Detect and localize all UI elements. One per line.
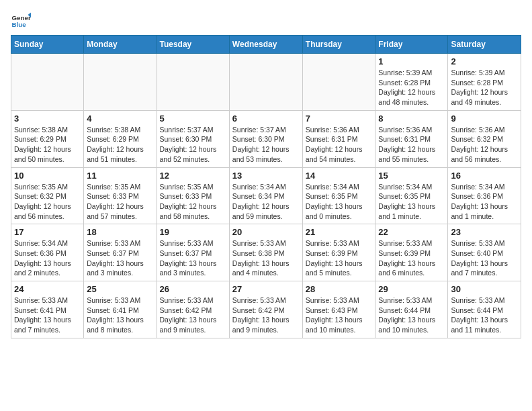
day-number: 4	[87, 113, 153, 124]
calendar-week-3: 10Sunrise: 5:35 AM Sunset: 6:32 PM Dayli…	[11, 167, 521, 224]
calendar-cell: 15Sunrise: 5:34 AM Sunset: 6:35 PM Dayli…	[375, 167, 448, 224]
svg-text:Blue: Blue	[12, 21, 27, 28]
day-info: Sunrise: 5:33 AM Sunset: 6:41 PM Dayligh…	[14, 295, 81, 335]
day-number: 21	[306, 227, 373, 237]
calendar-cell: 29Sunrise: 5:33 AM Sunset: 6:44 PM Dayli…	[375, 281, 448, 338]
day-info: Sunrise: 5:37 AM Sunset: 6:30 PM Dayligh…	[232, 125, 300, 165]
day-number: 13	[232, 171, 300, 181]
calendar-cell: 3Sunrise: 5:38 AM Sunset: 6:29 PM Daylig…	[11, 110, 84, 167]
logo: General Blue	[11, 11, 31, 31]
day-number: 17	[14, 227, 81, 237]
day-info: Sunrise: 5:33 AM Sunset: 6:44 PM Dayligh…	[451, 295, 518, 335]
day-info: Sunrise: 5:35 AM Sunset: 6:33 PM Dayligh…	[160, 182, 226, 222]
calendar-cell: 22Sunrise: 5:33 AM Sunset: 6:39 PM Dayli…	[375, 224, 448, 281]
day-info: Sunrise: 5:33 AM Sunset: 6:41 PM Dayligh…	[87, 295, 153, 335]
calendar-cell: 13Sunrise: 5:34 AM Sunset: 6:34 PM Dayli…	[229, 167, 302, 224]
day-info: Sunrise: 5:35 AM Sunset: 6:32 PM Dayligh…	[14, 182, 81, 222]
calendar-cell: 18Sunrise: 5:33 AM Sunset: 6:37 PM Dayli…	[84, 224, 157, 281]
day-number: 24	[14, 284, 81, 294]
calendar-cell: 20Sunrise: 5:33 AM Sunset: 6:38 PM Dayli…	[229, 224, 302, 281]
day-number: 10	[14, 171, 81, 181]
weekday-header-monday: Monday	[84, 36, 157, 54]
calendar-cell	[84, 54, 157, 111]
weekday-header-thursday: Thursday	[302, 36, 375, 54]
day-number: 6	[232, 113, 300, 124]
day-number: 29	[378, 284, 445, 294]
calendar-cell: 8Sunrise: 5:36 AM Sunset: 6:31 PM Daylig…	[375, 110, 448, 167]
logo-icon: General Blue	[11, 11, 31, 31]
day-number: 16	[451, 171, 518, 181]
day-number: 14	[306, 171, 373, 181]
day-info: Sunrise: 5:33 AM Sunset: 6:40 PM Dayligh…	[451, 238, 518, 278]
day-info: Sunrise: 5:33 AM Sunset: 6:42 PM Dayligh…	[232, 295, 300, 335]
day-info: Sunrise: 5:33 AM Sunset: 6:43 PM Dayligh…	[306, 295, 373, 335]
day-number: 28	[306, 284, 373, 294]
day-info: Sunrise: 5:36 AM Sunset: 6:31 PM Dayligh…	[378, 125, 445, 165]
calendar-cell: 25Sunrise: 5:33 AM Sunset: 6:41 PM Dayli…	[84, 281, 157, 338]
day-number: 30	[451, 284, 518, 294]
day-info: Sunrise: 5:36 AM Sunset: 6:32 PM Dayligh…	[451, 125, 518, 165]
day-info: Sunrise: 5:34 AM Sunset: 6:35 PM Dayligh…	[378, 182, 445, 222]
calendar-week-4: 17Sunrise: 5:34 AM Sunset: 6:36 PM Dayli…	[11, 224, 521, 281]
day-info: Sunrise: 5:33 AM Sunset: 6:42 PM Dayligh…	[160, 295, 226, 335]
day-info: Sunrise: 5:33 AM Sunset: 6:37 PM Dayligh…	[160, 238, 226, 278]
day-number: 25	[87, 284, 153, 294]
day-info: Sunrise: 5:33 AM Sunset: 6:37 PM Dayligh…	[87, 238, 153, 278]
calendar-cell: 4Sunrise: 5:38 AM Sunset: 6:29 PM Daylig…	[84, 110, 157, 167]
day-number: 23	[451, 227, 518, 237]
day-number: 7	[306, 113, 373, 124]
day-number: 18	[87, 227, 153, 237]
calendar-cell	[302, 54, 375, 111]
calendar-cell: 26Sunrise: 5:33 AM Sunset: 6:42 PM Dayli…	[157, 281, 229, 338]
day-number: 9	[451, 113, 518, 124]
weekday-header-sunday: Sunday	[11, 36, 84, 54]
day-info: Sunrise: 5:34 AM Sunset: 6:36 PM Dayligh…	[451, 182, 518, 222]
day-number: 15	[378, 171, 445, 181]
calendar-cell: 14Sunrise: 5:34 AM Sunset: 6:35 PM Dayli…	[302, 167, 375, 224]
day-info: Sunrise: 5:34 AM Sunset: 6:36 PM Dayligh…	[14, 238, 81, 278]
day-info: Sunrise: 5:34 AM Sunset: 6:35 PM Dayligh…	[306, 182, 373, 222]
calendar-cell	[11, 54, 84, 111]
weekday-header-tuesday: Tuesday	[157, 36, 229, 54]
weekday-header-saturday: Saturday	[448, 36, 521, 54]
calendar-table: SundayMondayTuesdayWednesdayThursdayFrid…	[11, 35, 521, 338]
calendar-cell: 23Sunrise: 5:33 AM Sunset: 6:40 PM Dayli…	[448, 224, 521, 281]
day-info: Sunrise: 5:36 AM Sunset: 6:31 PM Dayligh…	[306, 125, 373, 165]
weekday-header-friday: Friday	[375, 36, 448, 54]
calendar-cell	[229, 54, 302, 111]
day-info: Sunrise: 5:33 AM Sunset: 6:44 PM Dayligh…	[378, 295, 445, 335]
day-number: 8	[378, 113, 445, 124]
day-number: 12	[160, 171, 226, 181]
day-info: Sunrise: 5:38 AM Sunset: 6:29 PM Dayligh…	[87, 125, 153, 165]
calendar-cell: 30Sunrise: 5:33 AM Sunset: 6:44 PM Dayli…	[448, 281, 521, 338]
calendar-cell: 21Sunrise: 5:33 AM Sunset: 6:39 PM Dayli…	[302, 224, 375, 281]
day-number: 11	[87, 171, 153, 181]
day-info: Sunrise: 5:33 AM Sunset: 6:38 PM Dayligh…	[232, 238, 300, 278]
day-number: 5	[160, 113, 226, 124]
day-number: 19	[160, 227, 226, 237]
day-info: Sunrise: 5:38 AM Sunset: 6:29 PM Dayligh…	[14, 125, 81, 165]
calendar-cell: 6Sunrise: 5:37 AM Sunset: 6:30 PM Daylig…	[229, 110, 302, 167]
day-number: 1	[378, 56, 445, 66]
calendar-week-1: 1Sunrise: 5:39 AM Sunset: 6:28 PM Daylig…	[11, 54, 521, 111]
calendar-cell: 10Sunrise: 5:35 AM Sunset: 6:32 PM Dayli…	[11, 167, 84, 224]
day-number: 2	[451, 56, 518, 66]
calendar-cell: 28Sunrise: 5:33 AM Sunset: 6:43 PM Dayli…	[302, 281, 375, 338]
day-info: Sunrise: 5:37 AM Sunset: 6:30 PM Dayligh…	[160, 125, 226, 165]
calendar-cell: 7Sunrise: 5:36 AM Sunset: 6:31 PM Daylig…	[302, 110, 375, 167]
calendar-cell: 16Sunrise: 5:34 AM Sunset: 6:36 PM Dayli…	[448, 167, 521, 224]
calendar-cell: 24Sunrise: 5:33 AM Sunset: 6:41 PM Dayli…	[11, 281, 84, 338]
day-info: Sunrise: 5:39 AM Sunset: 6:28 PM Dayligh…	[378, 68, 445, 107]
day-number: 26	[160, 284, 226, 294]
calendar-cell: 17Sunrise: 5:34 AM Sunset: 6:36 PM Dayli…	[11, 224, 84, 281]
calendar-cell: 19Sunrise: 5:33 AM Sunset: 6:37 PM Dayli…	[157, 224, 229, 281]
day-info: Sunrise: 5:35 AM Sunset: 6:33 PM Dayligh…	[87, 182, 153, 222]
day-info: Sunrise: 5:33 AM Sunset: 6:39 PM Dayligh…	[378, 238, 445, 278]
calendar-cell: 11Sunrise: 5:35 AM Sunset: 6:33 PM Dayli…	[84, 167, 157, 224]
calendar-cell: 12Sunrise: 5:35 AM Sunset: 6:33 PM Dayli…	[157, 167, 229, 224]
day-info: Sunrise: 5:39 AM Sunset: 6:28 PM Dayligh…	[451, 68, 518, 107]
day-number: 27	[232, 284, 300, 294]
day-number: 22	[378, 227, 445, 237]
weekday-header-row: SundayMondayTuesdayWednesdayThursdayFrid…	[11, 36, 521, 54]
calendar-cell: 5Sunrise: 5:37 AM Sunset: 6:30 PM Daylig…	[157, 110, 229, 167]
